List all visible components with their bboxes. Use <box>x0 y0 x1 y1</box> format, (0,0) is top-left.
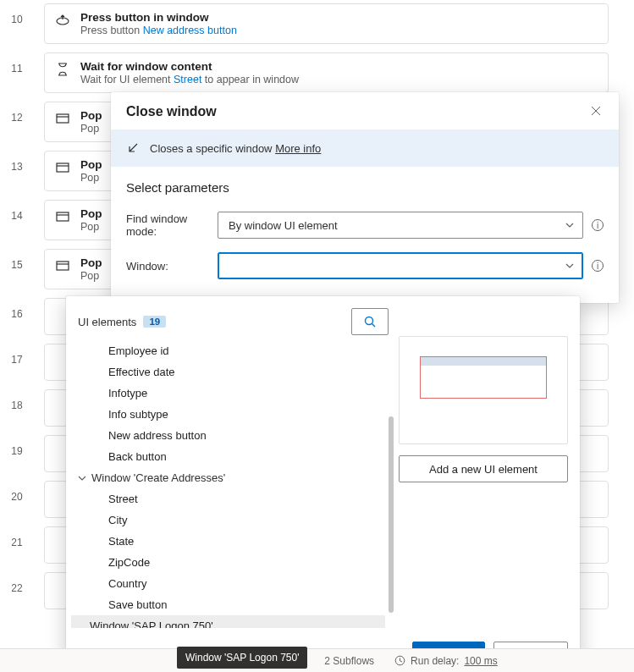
ui-elements-tree: Employee idEffective dateInfotypeInfo su… <box>71 340 385 628</box>
banner-text: Closes a specific window <box>150 142 275 155</box>
window-dropdown[interactable] <box>218 252 583 279</box>
tree-item[interactable]: Employee id <box>71 340 385 361</box>
tree-item-label: Window 'Create Addresses' <box>91 471 225 484</box>
row-number: 22 <box>5 572 29 594</box>
status-subflows: 2 Subflows <box>324 655 374 667</box>
ui-elements-dropdown-panel: UI elements 19 Employee idEffective date… <box>66 296 580 672</box>
action-subtitle: Pop <box>80 221 102 233</box>
action-subtitle: Pop <box>80 172 102 184</box>
status-bar: Actions 2 Subflows Run delay: 100 ms <box>0 648 634 672</box>
add-new-ui-element-button[interactable]: Add a new UI element <box>399 455 568 482</box>
tree-item[interactable]: ZipCode <box>71 552 385 573</box>
tooltip: Window 'SAP Logon 750' <box>177 647 307 669</box>
tree-item[interactable]: Street <box>71 488 385 510</box>
chevron-down-icon <box>78 474 86 482</box>
svg-rect-2 <box>57 163 69 172</box>
action-title: Wait for window content <box>80 60 299 73</box>
tree-item[interactable]: Back button <box>71 446 385 467</box>
window-icon <box>55 258 70 273</box>
row-number: 13 <box>5 151 29 173</box>
find-window-mode-value: By window UI element <box>229 219 338 232</box>
press-button-icon <box>55 13 70 28</box>
row-number: 19 <box>5 435 29 457</box>
tooltip-text: Window 'SAP Logon 750' <box>185 652 299 664</box>
add-button-label: Add a new UI element <box>429 463 538 476</box>
status-run-delay: Run delay: 100 ms <box>394 655 498 667</box>
action-subtitle: Wait for UI element Street to appear in … <box>80 74 299 85</box>
run-delay-value[interactable]: 100 ms <box>464 655 497 667</box>
action-title: Pop <box>80 158 102 171</box>
clock-icon <box>394 655 405 666</box>
tree-item-label: Window 'SAP Logon 750' <box>90 620 213 628</box>
info-icon[interactable]: i <box>592 219 604 231</box>
row-number: 18 <box>5 389 29 411</box>
row-number: 11 <box>5 52 29 74</box>
flow-row: 11Wait for window contentWait for UI ele… <box>0 52 634 93</box>
tree-item[interactable]: New address button <box>71 425 385 446</box>
more-info-link[interactable]: More info <box>275 142 321 155</box>
dialog-info-banner: Closes a specific window More info <box>111 129 619 167</box>
window-icon <box>55 209 70 224</box>
action-title: Pop <box>80 256 102 269</box>
row-number: 20 <box>5 481 29 503</box>
tree-item[interactable]: State <box>71 531 385 552</box>
action-subtitle: Pop <box>80 270 102 282</box>
action-subtitle: Press button New address button <box>80 25 237 36</box>
window-label: Window: <box>126 260 218 273</box>
action-title: Pop <box>80 207 102 220</box>
find-window-mode-dropdown[interactable]: By window UI element <box>218 212 583 239</box>
section-title: Select parameters <box>126 180 604 195</box>
find-window-mode-label: Find window mode: <box>126 212 218 238</box>
tree-item[interactable]: Infotype <box>71 383 385 404</box>
tree-item[interactable]: Info subtype <box>71 404 385 425</box>
tree-item[interactable]: City <box>71 510 385 531</box>
svg-rect-1 <box>57 114 69 123</box>
close-icon[interactable] <box>590 105 604 118</box>
close-window-dialog: Close window Closes a specific window Mo… <box>111 92 619 303</box>
ui-elements-count-badge: 19 <box>143 316 166 328</box>
svg-point-5 <box>366 317 373 325</box>
tree-item[interactable]: Save button <box>71 594 385 615</box>
tree-item[interactable]: Country <box>71 573 385 594</box>
window-icon <box>55 111 70 126</box>
row-number: 15 <box>5 249 29 271</box>
action-card[interactable]: Wait for window contentWait for UI eleme… <box>44 52 609 93</box>
dialog-title: Close window <box>126 104 217 119</box>
flow-row: 10Press button in windowPress button New… <box>0 3 634 44</box>
arrow-down-left-icon <box>126 141 140 155</box>
action-title: Pop <box>80 109 102 122</box>
chevron-down-icon <box>565 262 574 270</box>
row-number: 16 <box>5 298 29 320</box>
row-number: 10 <box>5 3 29 25</box>
row-number: 12 <box>5 102 29 124</box>
action-subtitle: Pop <box>80 123 102 135</box>
tree-item-window-sap-logon[interactable]: Window 'SAP Logon 750' <box>71 615 385 628</box>
action-card[interactable]: Press button in windowPress button New a… <box>44 3 609 44</box>
svg-rect-3 <box>57 212 69 221</box>
row-number: 14 <box>5 200 29 222</box>
row-number: 21 <box>5 526 29 548</box>
row-number: 17 <box>5 344 29 366</box>
chevron-down-icon <box>565 221 574 229</box>
search-icon <box>363 315 377 328</box>
search-button[interactable] <box>351 308 389 335</box>
ui-elements-title: UI elements <box>78 316 136 328</box>
svg-rect-4 <box>57 262 69 270</box>
scrollbar[interactable] <box>389 416 394 613</box>
window-icon <box>55 160 70 175</box>
action-title: Press button in window <box>80 11 237 24</box>
tree-item-window-create-addresses[interactable]: Window 'Create Addresses' <box>71 467 385 488</box>
tree-item[interactable]: Effective date <box>71 361 385 383</box>
hourglass-icon <box>55 62 70 77</box>
ui-element-preview <box>399 336 568 444</box>
info-icon[interactable]: i <box>592 260 604 272</box>
preview-thumbnail <box>420 356 547 399</box>
